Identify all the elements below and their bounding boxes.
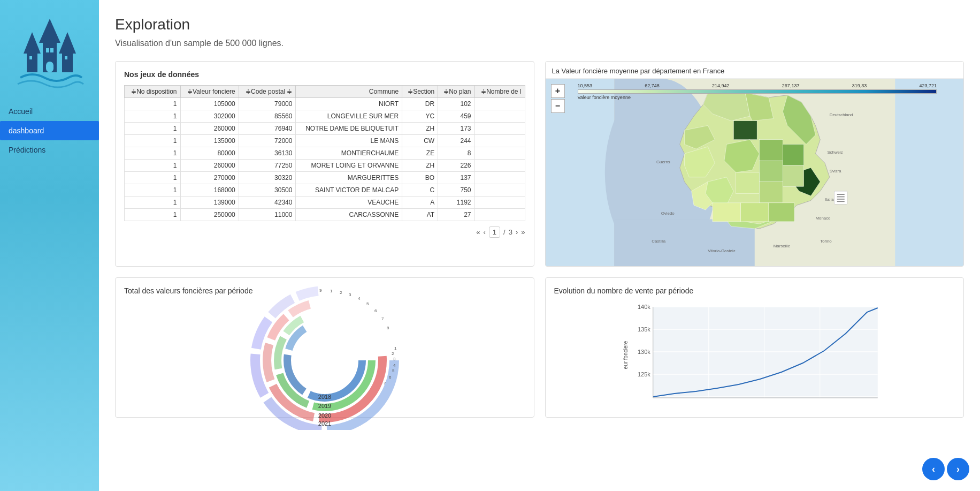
svg-rect-19 — [733, 121, 757, 140]
table-cell — [474, 209, 525, 221]
nav-right-button[interactable]: › — [947, 458, 969, 480]
table-cell: DR — [402, 98, 438, 110]
svg-rect-48 — [834, 191, 847, 205]
legend-val-5: 423,721 — [919, 83, 937, 88]
svg-text:Guerns: Guerns — [656, 160, 670, 164]
pagination-last[interactable]: » — [521, 228, 525, 236]
table-cell — [474, 98, 525, 110]
svg-text:3: 3 — [393, 357, 396, 361]
table-cell: 1 — [125, 147, 181, 160]
svg-text:2021: 2021 — [318, 420, 331, 427]
table-cell: 1 — [125, 197, 181, 209]
table-cell: 30320 — [239, 172, 296, 184]
table-cell — [474, 197, 525, 209]
data-table-card: Nos jeux de données ≑No disposition ≑Val… — [115, 61, 534, 267]
svg-rect-49 — [837, 194, 844, 195]
col-valeur-fonciere[interactable]: ≑Valeur fonciere — [180, 86, 239, 98]
pagination-next[interactable]: › — [516, 228, 518, 236]
pagination-prev[interactable]: ‹ — [483, 228, 485, 236]
table-cell: 244 — [438, 135, 474, 147]
svg-text:Italia: Italia — [825, 197, 834, 202]
table-cell: 36130 — [239, 147, 296, 160]
col-section[interactable]: ≑Section — [402, 86, 438, 98]
col-commune[interactable]: Commune — [296, 86, 402, 98]
table-cell — [474, 147, 525, 160]
zoom-out-button[interactable]: − — [551, 99, 565, 113]
table-cell: 79000 — [239, 98, 296, 110]
france-svg-map: Deutschland Schweiz Svizra Italia Guerns… — [546, 79, 964, 266]
table-cell — [474, 135, 525, 147]
pagination-current[interactable]: 1 — [489, 226, 500, 238]
table-cell: C — [402, 184, 438, 197]
svg-rect-35 — [740, 203, 769, 222]
svg-text:2020: 2020 — [318, 412, 331, 419]
line-chart-title: Evolution du nombre de vente par période — [554, 286, 955, 295]
svg-marker-3 — [24, 32, 41, 54]
sidebar-item-accueil[interactable]: Accueil — [0, 102, 99, 121]
svg-marker-1 — [39, 19, 60, 43]
svg-text:Deutschland: Deutschland — [829, 112, 853, 117]
table-cell: ZE — [402, 147, 438, 160]
svg-text:140k: 140k — [637, 304, 650, 310]
svg-text:4: 4 — [358, 296, 361, 301]
sidebar-item-dashboard[interactable]: dashboard — [0, 121, 99, 140]
table-cell: CARCASSONNE — [296, 209, 402, 221]
svg-rect-34 — [713, 203, 741, 222]
table-row: 126000077250MORET LOING ET ORVANNEZH226 — [125, 160, 525, 172]
svg-text:Vitoria-Gasteiz: Vitoria-Gasteiz — [708, 248, 735, 253]
table-cell: 135000 — [180, 135, 239, 147]
radial-chart-card: Total des valeurs foncières par période — [115, 277, 534, 418]
svg-text:Torino: Torino — [820, 239, 832, 244]
svg-marker-5 — [59, 32, 76, 54]
legend-val-4: 319,33 — [852, 83, 867, 88]
table-cell: 72000 — [239, 135, 296, 147]
col-no-disposition[interactable]: ≑No disposition — [125, 86, 181, 98]
col-code-postal[interactable]: ≑Code postal ≑ — [239, 86, 296, 98]
svg-rect-7 — [50, 48, 53, 52]
col-nombre[interactable]: ≑Nombre de l — [474, 86, 525, 98]
app-logo — [15, 8, 85, 88]
table-cell: 102 — [438, 98, 474, 110]
sidebar-item-predictions[interactable]: Prédictions — [0, 140, 99, 160]
svg-rect-52 — [837, 201, 844, 202]
table-row: 130200085560LONGEVILLE SUR MERYC459 — [125, 110, 525, 123]
line-chart-svg: 140k 135k 130k 125k eur fonciere — [554, 301, 955, 409]
svg-rect-32 — [736, 172, 759, 193]
zoom-in-button[interactable]: + — [551, 84, 565, 98]
table-card-title: Nos jeux de données — [124, 70, 525, 79]
svg-text:eur fonciere: eur fonciere — [622, 341, 628, 369]
pagination-first[interactable]: « — [476, 228, 480, 236]
table-cell: 42340 — [239, 197, 296, 209]
table-cell: YC — [402, 110, 438, 123]
svg-text:7: 7 — [381, 316, 384, 321]
table-cell: 1 — [125, 160, 181, 172]
legend-val-1: 62,748 — [645, 83, 660, 88]
svg-text:2: 2 — [340, 290, 342, 295]
svg-text:6: 6 — [389, 375, 392, 380]
table-cell — [474, 184, 525, 197]
table-cell: A — [402, 197, 438, 209]
legend-val-0: 10,553 — [578, 83, 593, 88]
svg-text:2: 2 — [392, 351, 394, 356]
svg-rect-29 — [783, 145, 803, 165]
table-cell: 260000 — [180, 123, 239, 135]
svg-text:7: 7 — [384, 381, 386, 386]
table-cell: 8 — [438, 147, 474, 160]
nav-menu: Accueil dashboard Prédictions — [0, 102, 99, 160]
col-no-plan[interactable]: ≑No plan — [438, 86, 474, 98]
nav-arrows: ‹ › — [922, 458, 969, 480]
table-cell: 11000 — [239, 209, 296, 221]
radial-chart-svg: 2021 2020 2019 2018 1 2 3 4 5 6 7 9 1 — [244, 280, 405, 430]
svg-text:Marseille: Marseille — [773, 244, 790, 248]
table-cell: 270000 — [180, 172, 239, 184]
svg-rect-4 — [62, 51, 73, 72]
main-content: Exploration Visualisation d'un sample de… — [99, 0, 980, 491]
table-cell: 1 — [125, 123, 181, 135]
svg-text:130k: 130k — [637, 349, 650, 355]
svg-text:3: 3 — [349, 292, 351, 297]
table-cell: 173 — [438, 123, 474, 135]
nav-left-button[interactable]: ‹ — [922, 458, 945, 480]
map-container[interactable]: + − 10,553 62,748 214,942 267,137 319,33… — [546, 79, 964, 266]
table-row: 126000076940NOTRE DAME DE BLIQUETUITZH17… — [125, 123, 525, 135]
svg-rect-10 — [65, 56, 67, 59]
